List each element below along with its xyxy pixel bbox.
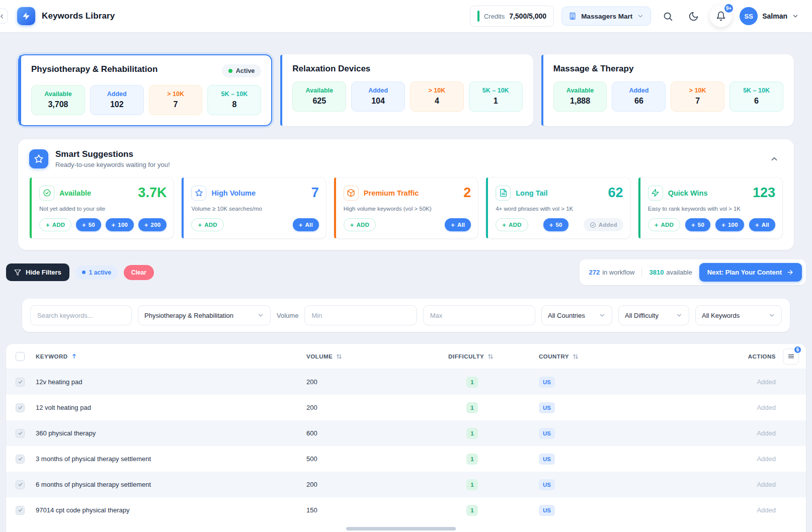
row-checkbox[interactable] <box>16 480 25 489</box>
table-row[interactable]: 12v heating pad 200 1 US Added <box>6 369 806 395</box>
stat-available: Available 1,888 <box>553 81 607 112</box>
notifications-button[interactable]: 9+ <box>710 5 732 27</box>
difficulty-badge: 1 <box>466 505 478 516</box>
project-title: Relaxation Devices <box>292 64 370 74</box>
add-button[interactable]: +ADD <box>39 218 71 231</box>
volume-cell: 150 <box>306 506 448 514</box>
star-icon <box>191 186 206 201</box>
check-circle-icon <box>590 222 596 228</box>
add-50-button[interactable]: +50 <box>76 218 101 231</box>
hide-filters-button[interactable]: Hide Filters <box>6 263 69 281</box>
notification-badge: 9+ <box>723 3 734 14</box>
top-right: Credits 7,500/5,000 Massagers Mart 9+ SS… <box>470 5 799 27</box>
check-icon <box>18 430 23 436</box>
suggestion-count: 7 <box>311 185 319 201</box>
back-button[interactable] <box>0 9 8 24</box>
plus-icon: + <box>350 222 354 228</box>
add-100-button[interactable]: +100 <box>106 218 134 231</box>
status-dot <box>82 271 86 274</box>
add-button[interactable]: +ADD <box>648 218 680 231</box>
row-checkbox[interactable] <box>16 403 25 412</box>
column-header-difficulty[interactable]: DIFFICULTY <box>448 353 539 360</box>
add-all-button[interactable]: +All <box>293 218 319 231</box>
plus-icon: + <box>549 222 553 228</box>
check-icon <box>18 507 23 513</box>
action-status: Added <box>690 404 806 411</box>
volume-cell: 200 <box>306 481 448 488</box>
column-header-keyword[interactable]: KEYWORD <box>34 353 306 360</box>
column-header-country[interactable]: COUNTRY <box>539 353 690 360</box>
bolt-icon <box>648 186 663 201</box>
user-name: Salman <box>762 12 787 20</box>
column-header-volume[interactable]: VOLUME <box>306 353 448 360</box>
search-input[interactable] <box>30 305 132 325</box>
avatar: SS <box>740 7 758 25</box>
top-bar: Keywords Library Credits 7,500/5,000 Mas… <box>0 0 812 32</box>
keywords-table: KEYWORD VOLUME DIFFICULTY COUNTRY ACTION… <box>6 344 806 532</box>
volume-min-input[interactable] <box>304 305 417 325</box>
divider <box>641 268 642 277</box>
sparkle-icon <box>29 149 48 168</box>
country-filter-select[interactable]: All Countries <box>541 305 612 325</box>
status-dot <box>228 69 232 73</box>
horizontal-scrollbar[interactable] <box>346 527 456 530</box>
stat-added: Added 102 <box>90 85 144 115</box>
filters-row: Hide Filters 1 active Clear 272 in workf… <box>6 259 806 285</box>
chevron-down-icon <box>768 312 775 319</box>
suggestion-card-available: Available 3.7K Not yet added to your sit… <box>29 177 174 239</box>
country-badge: US <box>539 428 555 439</box>
add-50-button[interactable]: +50 <box>685 218 710 231</box>
volume-max-input[interactable] <box>423 305 535 325</box>
add-all-button[interactable]: +All <box>445 218 471 231</box>
add-100-button[interactable]: +100 <box>715 218 744 231</box>
row-checkbox[interactable] <box>16 378 25 387</box>
add-200-button[interactable]: +200 <box>138 218 167 231</box>
column-settings-button[interactable]: 6 <box>783 348 799 365</box>
suggestion-title: Long Tail <box>516 189 547 197</box>
search-filter-bar: Physiotherapy & Rehabilitation Volume Al… <box>22 299 790 332</box>
brand: Keywords Library <box>17 7 115 25</box>
add-50-button[interactable]: +50 <box>543 218 569 231</box>
smart-suggestions-title: Smart Suggestions <box>55 149 170 159</box>
add-all-button[interactable]: +All <box>749 218 775 231</box>
table-row[interactable]: 97014 cpt code physical therapy 150 1 US… <box>6 497 806 523</box>
building-icon <box>569 12 577 20</box>
keyword-cell: 12v heating pad <box>34 378 306 386</box>
package-icon <box>344 186 359 201</box>
search-button[interactable] <box>659 7 677 25</box>
difficulty-filter-select[interactable]: All Difficulty <box>618 305 689 325</box>
project-filter-select[interactable]: Physiotherapy & Rehabilitation <box>138 305 271 325</box>
workspace-select[interactable]: Massagers Mart <box>561 7 651 26</box>
difficulty-badge: 1 <box>466 377 478 388</box>
collapse-button[interactable] <box>766 150 783 167</box>
sort-asc-icon <box>71 353 77 360</box>
columns-badge: 6 <box>793 345 802 354</box>
search-icon <box>663 11 673 22</box>
stat-available: Available 625 <box>292 81 346 112</box>
row-checkbox[interactable] <box>16 429 25 438</box>
keywords-filter-select[interactable]: All Keywords <box>695 305 782 325</box>
table-row[interactable]: 360 physical therapy 600 1 US Added <box>6 420 806 446</box>
project-card-massage[interactable]: Massage & Therapy Available 1,888 Added … <box>541 54 794 126</box>
row-checkbox[interactable] <box>16 455 25 464</box>
row-checkbox[interactable] <box>16 506 25 515</box>
user-menu[interactable]: SS Salman <box>740 7 799 25</box>
table-row[interactable]: 3 months of physical therapy settlement … <box>6 446 806 472</box>
project-title: Physiotherapy & Rehabilitation <box>31 64 157 74</box>
plus-icon: + <box>655 222 659 228</box>
stat-over-10k: > 10K 7 <box>671 81 724 112</box>
next-plan-content-button[interactable]: Next: Plan Your Content <box>699 263 802 282</box>
check-icon <box>18 456 23 462</box>
add-button[interactable]: +ADD <box>344 218 376 231</box>
dark-mode-toggle[interactable] <box>684 7 702 25</box>
table-row[interactable]: 12 volt heating pad 200 1 US Added <box>6 395 806 420</box>
select-all-checkbox[interactable] <box>16 352 25 361</box>
add-button[interactable]: +ADD <box>496 218 528 231</box>
clear-filters-button[interactable]: Clear <box>124 265 154 280</box>
chevron-down-icon <box>676 312 683 319</box>
table-row[interactable]: 6 months of physical therapy settlement … <box>6 472 806 497</box>
add-button[interactable]: +ADD <box>191 218 223 231</box>
project-card-physiotherapy[interactable]: Physiotherapy & Rehabilitation Active Av… <box>18 54 272 126</box>
credits-label: Credits <box>484 13 505 20</box>
project-card-relaxation[interactable]: Relaxation Devices Available 625 Added 1… <box>280 54 533 126</box>
